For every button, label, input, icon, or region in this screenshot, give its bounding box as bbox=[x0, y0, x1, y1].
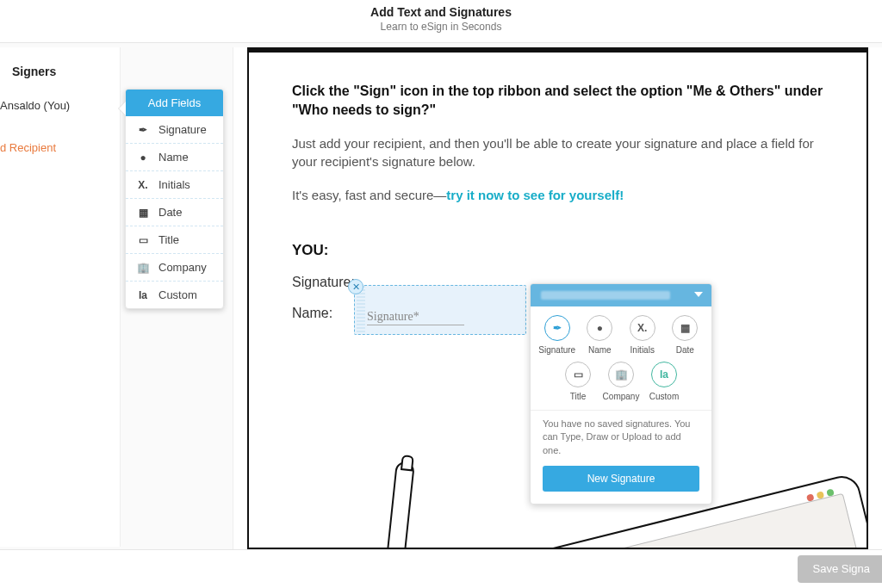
pop-option-signature[interactable]: ✒Signature bbox=[536, 315, 579, 355]
name-icon: ● bbox=[136, 152, 150, 164]
sidebar-section-signers: Signers bbox=[0, 47, 120, 90]
field-label: Company bbox=[158, 261, 207, 274]
field-option-custom[interactable]: IaCustom bbox=[126, 282, 223, 308]
field-option-initials[interactable]: X.Initials bbox=[126, 171, 223, 199]
field-option-company[interactable]: 🏢Company bbox=[126, 254, 223, 282]
instruction-heading: Click the "Sign" icon in the top ribbon … bbox=[292, 82, 823, 119]
pen-icon bbox=[377, 461, 415, 549]
new-signature-button[interactable]: New Signature bbox=[543, 466, 699, 492]
field-label: Signature bbox=[158, 123, 207, 136]
pop-option-name[interactable]: ●Name bbox=[579, 315, 622, 355]
pop-option-custom[interactable]: IaCustom bbox=[643, 362, 686, 401]
pop-label: Date bbox=[676, 345, 694, 355]
pop-label: Initials bbox=[630, 345, 655, 355]
pop-label: Title bbox=[570, 392, 587, 401]
recipient-email-blur bbox=[541, 291, 670, 300]
signature-icon: ✒ bbox=[136, 124, 150, 136]
pop-label: Custom bbox=[649, 392, 679, 401]
document-area: Click the "Sign" icon in the top ribbon … bbox=[233, 47, 882, 549]
label-you: YOU: bbox=[292, 242, 823, 259]
pop-label: Company bbox=[603, 392, 640, 401]
pop-option-company[interactable]: 🏢Company bbox=[599, 362, 643, 401]
signature-field[interactable]: ✕ Signature* bbox=[354, 285, 526, 335]
field-label: Initials bbox=[158, 178, 190, 191]
field-label: Date bbox=[158, 206, 182, 219]
date-icon: ▦ bbox=[136, 207, 150, 219]
field-label: Title bbox=[158, 233, 179, 246]
pop-option-initials[interactable]: X.Initials bbox=[621, 315, 664, 355]
field-type-popover: ✒Signature ●Name X.Initials ▦Date ▭Title… bbox=[530, 283, 712, 504]
field-label: Custom bbox=[158, 288, 197, 301]
initials-icon: X. bbox=[630, 315, 655, 341]
title-icon: ▭ bbox=[136, 234, 150, 246]
document-page[interactable]: Click the "Sign" icon in the top ribbon … bbox=[247, 47, 868, 549]
field-option-title[interactable]: ▭Title bbox=[126, 226, 223, 254]
pop-label: Signature bbox=[538, 345, 575, 355]
pop-option-date[interactable]: ▦Date bbox=[664, 315, 707, 355]
popover-header[interactable] bbox=[531, 284, 711, 306]
footer-bar: Save Signa bbox=[0, 549, 882, 588]
signature-icon: ✒ bbox=[544, 315, 570, 341]
custom-icon: Ia bbox=[651, 362, 677, 387]
title-icon: ▭ bbox=[565, 362, 591, 387]
name-icon: ● bbox=[587, 315, 612, 341]
try-it-link[interactable]: try it now to see for yourself! bbox=[446, 188, 624, 202]
date-icon: ▦ bbox=[672, 315, 698, 341]
close-icon[interactable]: ✕ bbox=[348, 279, 363, 294]
page-title: Add Text and Signatures bbox=[0, 5, 882, 19]
field-label: Name bbox=[158, 151, 189, 164]
pop-label: Name bbox=[588, 345, 612, 355]
instruction-tail: It's easy, fast and secure—try it now to… bbox=[292, 188, 823, 202]
pop-option-title[interactable]: ▭Title bbox=[556, 362, 599, 401]
add-recipient-link[interactable]: d Recipient bbox=[0, 121, 120, 163]
company-icon: 🏢 bbox=[136, 262, 150, 274]
save-signature-button[interactable]: Save Signa bbox=[798, 555, 883, 583]
add-fields-header: Add Fields bbox=[126, 90, 223, 116]
signature-placeholder: Signature* bbox=[367, 310, 464, 325]
page-subtitle: Learn to eSign in Seconds bbox=[0, 21, 882, 33]
company-icon: 🏢 bbox=[608, 362, 634, 387]
field-option-name[interactable]: ●Name bbox=[126, 144, 223, 171]
add-fields-panel: Add Fields ✒Signature ●Name X.Initials ▦… bbox=[125, 89, 224, 309]
app-header: Add Text and Signatures Learn to eSign i… bbox=[0, 0, 882, 43]
field-option-signature[interactable]: ✒Signature bbox=[126, 116, 223, 144]
signer-current[interactable]: Ansaldo (You) bbox=[0, 90, 120, 121]
custom-icon: Ia bbox=[136, 289, 150, 301]
field-option-date[interactable]: ▦Date bbox=[126, 199, 223, 226]
chevron-down-icon[interactable] bbox=[694, 292, 703, 297]
signers-sidebar: Signers Ansaldo (You) d Recipient bbox=[0, 47, 121, 547]
panel-pointer bbox=[119, 102, 126, 115]
initials-icon: X. bbox=[136, 179, 150, 191]
traffic-lights-icon bbox=[806, 488, 835, 502]
instruction-body: Just add your recipient, and then you'll… bbox=[292, 134, 823, 170]
popover-message: You have no saved signatures. You can Ty… bbox=[531, 410, 711, 466]
instruction-tail-prefix: It's easy, fast and secure— bbox=[292, 188, 446, 202]
